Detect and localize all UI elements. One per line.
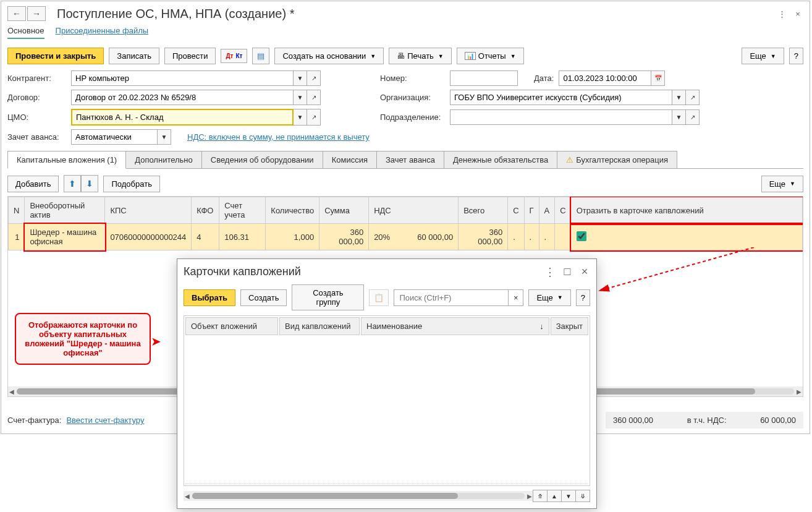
nav-back-button[interactable]: ← — [7, 6, 26, 21]
tabs: Капитальные вложения (1) Дополнительно С… — [7, 151, 803, 169]
move-down-button[interactable]: ⬇ — [81, 175, 98, 192]
tab-money[interactable]: Денежные обязательства — [444, 151, 557, 168]
dropdown-icon[interactable]: ▼ — [672, 109, 686, 125]
reflect-checkbox[interactable] — [577, 231, 586, 241]
search-input[interactable] — [394, 289, 509, 306]
col-n[interactable]: N — [9, 197, 25, 224]
col-total[interactable]: Всего — [459, 197, 508, 224]
dropdown-icon[interactable]: ▼ — [294, 90, 307, 105]
popup-col-type[interactable]: Вид капвложений — [279, 317, 360, 335]
popup-more-button[interactable]: Еще▼ — [528, 289, 570, 306]
create-based-button[interactable]: Создать на основании▼ — [274, 48, 384, 64]
tab-equipment[interactable]: Сведения об оборудовании — [201, 151, 323, 168]
advance-input[interactable] — [71, 129, 158, 145]
dtkt-icon[interactable]: ДтКт — [221, 49, 247, 63]
add-row-button[interactable]: Добавить — [7, 176, 59, 192]
help-button[interactable]: ? — [789, 48, 803, 64]
date-label: Дата: — [534, 74, 554, 83]
table-toolbar: Добавить ⬆ ⬇ Подобрать Еще▼ — [7, 175, 803, 192]
pick-button[interactable]: Подобрать — [103, 176, 159, 192]
tab-accounting[interactable]: ⚠Бухгалтерская операция — [557, 151, 677, 168]
titlebar: ← → Поступление ОС, НМА, НПА (создание) … — [7, 6, 803, 21]
nds-link[interactable]: НДС: включен в сумму, не принимается к в… — [187, 132, 370, 142]
org-label: Организация: — [380, 93, 445, 102]
open-icon[interactable]: ↗ — [307, 90, 321, 105]
col-am[interactable]: А — [539, 197, 555, 224]
calendar-icon[interactable]: 📅 — [651, 70, 665, 86]
tab-commission[interactable]: Комиссия — [323, 151, 377, 168]
move-up-button[interactable]: ⬆ — [64, 175, 81, 192]
tab-additional[interactable]: Дополнительно — [125, 151, 202, 168]
popup-col-closed[interactable]: Закрыт — [551, 317, 588, 335]
open-icon[interactable]: ↗ — [686, 109, 700, 125]
more-button[interactable]: Еще▼ — [742, 48, 784, 64]
section-tab-main[interactable]: Основное — [7, 26, 44, 39]
menu-icon[interactable]: ⋮ — [776, 8, 787, 19]
number-input[interactable] — [450, 70, 518, 86]
create-button[interactable]: Создать — [240, 289, 287, 306]
open-icon[interactable]: ↗ — [307, 70, 321, 86]
number-label: Номер: — [380, 74, 445, 83]
dropdown-icon[interactable]: ▼ — [294, 109, 307, 126]
col-asset[interactable]: Внеоборотный актив — [25, 197, 105, 224]
tab-advance[interactable]: Зачет аванса — [376, 151, 444, 168]
reports-button[interactable]: 📊Отчеты▼ — [457, 48, 524, 64]
dropdown-icon[interactable]: ▼ — [672, 90, 686, 105]
post-close-button[interactable]: Провести и закрыть — [7, 48, 104, 64]
cell-asset[interactable]: Шредер - машина офисная — [25, 224, 105, 250]
nav-up-icon[interactable]: ▲ — [547, 490, 562, 502]
print-button[interactable]: 🖶Печать▼ — [389, 48, 452, 64]
col-kfo[interactable]: КФО — [192, 197, 219, 224]
contract-input[interactable] — [71, 90, 294, 105]
open-icon[interactable]: ↗ — [686, 90, 700, 105]
list-icon[interactable]: ▤ — [252, 48, 269, 64]
popup-close-icon[interactable]: × — [579, 267, 590, 278]
col-kps[interactable]: КПС — [105, 197, 192, 224]
col-sum[interactable]: Сумма — [319, 197, 369, 224]
col-reflect[interactable]: Отразить в карточке капвложений — [571, 197, 802, 224]
counterparty-input[interactable] — [71, 70, 294, 86]
dropdown-icon[interactable]: ▼ — [158, 129, 171, 145]
section-tab-attached[interactable]: Присоединенные файлы — [56, 26, 149, 39]
open-icon[interactable]: ↗ — [307, 109, 321, 126]
nav-forward-button[interactable]: → — [27, 6, 46, 21]
date-input[interactable] — [559, 70, 651, 86]
advance-label: Зачет аванса: — [7, 132, 66, 142]
popup-menu-icon[interactable]: ⋮ — [544, 267, 556, 278]
nav-down-icon[interactable]: ▼ — [561, 490, 576, 502]
popup-help-button[interactable]: ? — [576, 289, 590, 306]
dropdown-icon[interactable]: ▼ — [294, 70, 307, 86]
clear-search-icon[interactable]: × — [509, 289, 523, 306]
dept-input[interactable] — [450, 109, 672, 125]
org-input[interactable] — [450, 90, 672, 105]
col-s2[interactable]: С — [555, 197, 571, 224]
write-button[interactable]: Записать — [109, 48, 159, 64]
popup-col-object[interactable]: Объект вложений — [185, 317, 278, 335]
create-group-button[interactable]: Создать группу — [292, 284, 364, 310]
table-row[interactable]: 1 Шредер - машина офисная 07060000000000… — [9, 224, 803, 250]
col-g[interactable]: Г — [524, 197, 539, 224]
nav-first-icon[interactable]: ⤊ — [533, 490, 548, 502]
col-c[interactable]: С — [508, 197, 524, 224]
popup-title: Карточки капвложений — [184, 265, 301, 278]
popup-h-scrollbar[interactable]: ◀ ▶ — [184, 491, 533, 501]
col-account[interactable]: Счет учета — [219, 197, 266, 224]
footer-nds: 60 000,00 — [760, 416, 796, 425]
col-nds[interactable]: НДС — [369, 197, 459, 224]
tab-capital[interactable]: Капитальные вложения (1) — [7, 151, 126, 169]
popup-col-name[interactable]: Наименование↓ — [361, 317, 549, 335]
col-qty[interactable]: Количество — [266, 197, 319, 224]
form: Контрагент: ▼ ↗ Номер: Дата: 📅 Договор: … — [7, 70, 803, 145]
select-button[interactable]: Выбрать — [184, 289, 235, 306]
popup-table: Объект вложений Вид капвложений Наименов… — [184, 315, 590, 486]
table-more-button[interactable]: Еще▼ — [761, 176, 803, 192]
cmo-input[interactable] — [71, 109, 294, 126]
popup-maximize-icon[interactable]: □ — [562, 267, 573, 278]
nav-last-icon[interactable]: ⤋ — [575, 490, 590, 502]
cell-reflect[interactable] — [571, 224, 802, 250]
structure-icon[interactable]: 📋 — [369, 289, 389, 306]
counterparty-label: Контрагент: — [7, 74, 66, 83]
close-icon[interactable]: × — [792, 8, 803, 19]
invoice-link[interactable]: Ввести счет-фактуру — [66, 416, 144, 425]
post-button[interactable]: Провести — [164, 48, 216, 64]
